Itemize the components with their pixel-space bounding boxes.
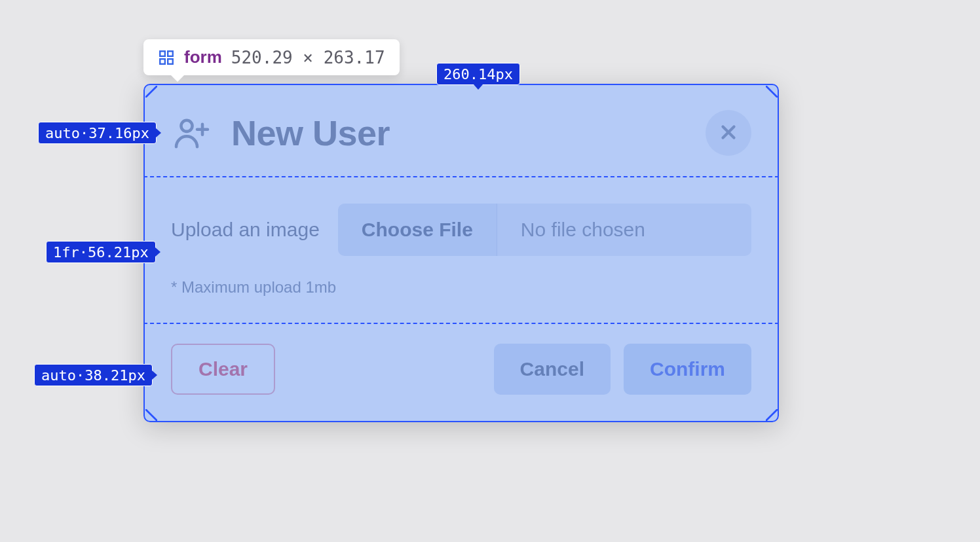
file-status: No file chosen (497, 219, 669, 241)
grid-row-badge-2: 1fr·56.21px (46, 241, 156, 263)
svg-point-4 (181, 120, 192, 132)
grid-row-badge-1: auto·37.16px (38, 122, 157, 144)
svg-rect-1 (168, 51, 173, 56)
file-input[interactable]: Choose File No file chosen (338, 204, 751, 256)
form-title: New User (231, 113, 390, 153)
upload-label: Upload an image (171, 219, 320, 241)
devtools-element-tooltip: form 520.29 × 263.17 (143, 39, 400, 75)
svg-rect-2 (160, 59, 165, 64)
user-plus-icon (171, 112, 213, 154)
form-header: New User (171, 110, 751, 156)
upload-row: Upload an image Choose File No file chos… (171, 204, 751, 256)
devtools-dimensions: 520.29 × 263.17 (231, 48, 385, 67)
choose-file-button[interactable]: Choose File (338, 204, 497, 256)
close-icon (717, 121, 740, 145)
grid-column-badge: 260.14px (436, 63, 520, 85)
grid-icon (158, 49, 175, 66)
svg-rect-3 (168, 59, 173, 64)
new-user-form: New User Upload an image Choose File No … (143, 84, 779, 422)
confirm-button[interactable]: Confirm (624, 344, 751, 395)
grid-row-badge-3: auto·38.21px (34, 364, 153, 386)
close-button[interactable] (706, 110, 751, 156)
form-footer: Clear Cancel Confirm (171, 344, 751, 395)
devtools-tag-name: form (184, 47, 222, 67)
clear-button[interactable]: Clear (171, 344, 275, 395)
cancel-button[interactable]: Cancel (494, 344, 611, 395)
upload-helper-text: * Maximum upload 1mb (171, 278, 751, 297)
svg-rect-0 (160, 51, 165, 56)
form-body: Upload an image Choose File No file chos… (171, 178, 751, 321)
